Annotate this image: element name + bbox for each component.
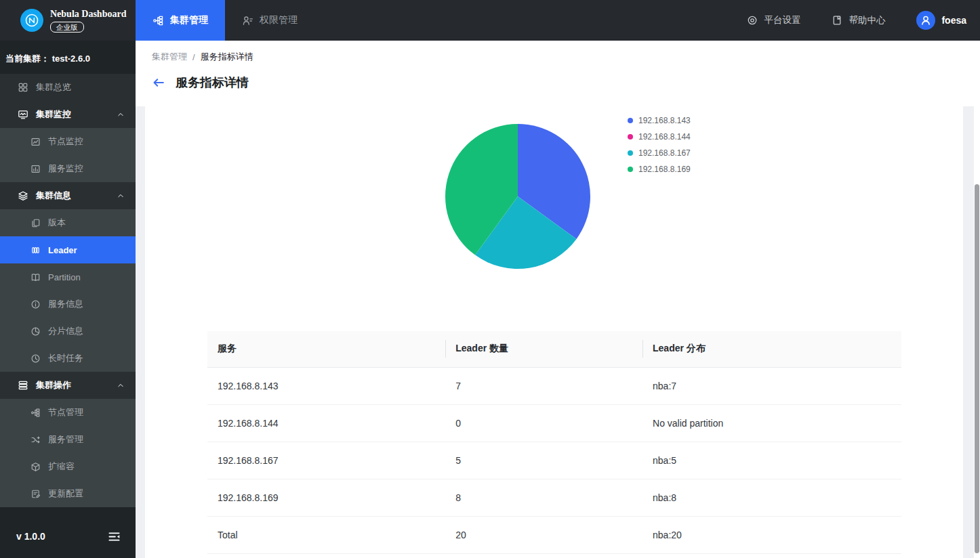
line-chart-icon: [30, 137, 41, 147]
table-cell-service: 192.168.8.167: [207, 442, 445, 479]
back-arrow-icon[interactable]: [152, 76, 165, 89]
page-header: 集群管理 / 服务指标详情 服务指标详情: [136, 41, 980, 106]
legend-label: 192.168.8.169: [638, 165, 691, 174]
table-cell-service: Total: [207, 516, 445, 553]
leader-distribution-chart: 192.168.8.143192.168.8.144192.168.8.1671…: [145, 106, 963, 331]
sidebar-item-label: 节点监控: [48, 135, 125, 148]
table-cell-leader-distribution: nba:5: [642, 442, 901, 479]
table-row: Total20nba:20: [207, 516, 901, 553]
table-cell-leader-count: 5: [445, 442, 642, 479]
permission-icon: [242, 15, 253, 26]
table-cell-leader-count: 7: [445, 367, 642, 404]
sidebar-item-service-management[interactable]: 服务管理: [0, 426, 136, 453]
platform-settings-label: 平台设置: [764, 14, 800, 26]
sidebar-item-label: 服务监控: [48, 163, 125, 175]
app-version: v 1.0.0: [16, 531, 45, 542]
tab-cluster-management[interactable]: 集群管理: [136, 0, 225, 41]
page-title: 服务指标详情: [176, 74, 249, 91]
app-root: Nebula Dashboard 企业版 集群管理权限管理 平台设置帮助中心 f…: [0, 0, 980, 558]
submenu-cluster-operations: 节点管理服务管理扩缩容更新配置: [0, 399, 136, 507]
clock-icon: [30, 353, 41, 364]
legend-dot-icon: [628, 167, 633, 172]
sidebar-item-label: 集群监控: [36, 108, 109, 121]
bar-chart-icon: [30, 164, 41, 174]
sidebar-item-scale[interactable]: 扩缩容: [0, 453, 136, 480]
sidebar-item-service-monitor[interactable]: 服务监控: [0, 155, 136, 182]
sidebar-item-shard-info[interactable]: 分片信息: [0, 318, 136, 345]
sidebar-item-label: Leader: [48, 245, 125, 255]
cluster-icon: [152, 15, 164, 26]
current-cluster-label: 当前集群：: [5, 53, 49, 64]
brand-text: Nebula Dashboard 企业版: [50, 9, 126, 33]
legend-item-192.168.8.144[interactable]: 192.168.8.144: [628, 133, 691, 141]
table-row: 192.168.8.1437nba:7: [207, 367, 901, 404]
sidebar-item-cluster-monitor[interactable]: 集群监控: [0, 101, 136, 128]
sidebar-item-cluster-info[interactable]: 集群信息: [0, 182, 136, 209]
scrollbar-thumb[interactable]: [975, 184, 979, 553]
sidebar-item-long-term-tasks[interactable]: 长时任务: [0, 345, 136, 372]
sidebar-item-node-monitor[interactable]: 节点监控: [0, 128, 136, 155]
legend-item-192.168.8.143[interactable]: 192.168.8.143: [628, 116, 691, 125]
sidebar-item-label: 集群信息: [36, 190, 109, 202]
table-cell-leader-distribution: nba:20: [642, 516, 901, 553]
sidebar-item-leader[interactable]: Leader: [0, 236, 136, 263]
chart-legend: 192.168.8.143192.168.8.144192.168.8.1671…: [628, 116, 691, 173]
legend-item-192.168.8.169[interactable]: 192.168.8.169: [628, 165, 691, 173]
table-cell-service: 192.168.8.169: [207, 479, 445, 516]
nebula-logo-icon: [20, 9, 43, 32]
pie-icon: [30, 326, 41, 337]
sidebar-item-cluster-overview[interactable]: 集群总览: [0, 74, 136, 101]
columns-icon: [30, 245, 41, 255]
menu-fold-icon[interactable]: [108, 530, 121, 543]
overview-grid-icon: [18, 82, 28, 93]
sidebar-item-label: 服务信息: [48, 298, 125, 310]
settings-icon: [747, 15, 758, 26]
current-cluster: 当前集群： test-2.6.0: [0, 41, 136, 74]
table-head: 服务Leader 数量Leader 分布: [207, 331, 901, 367]
pie-chart: [445, 123, 591, 270]
table-row: 192.168.8.1675nba:5: [207, 442, 901, 479]
legend-dot-icon: [628, 118, 633, 123]
submenu-cluster-info: 版本LeaderPartition服务信息分片信息长时任务: [0, 209, 136, 372]
breadcrumb-separator: /: [192, 52, 195, 62]
table-cell-service: 192.168.8.143: [207, 367, 445, 404]
sidebar: 当前集群： test-2.6.0 集群总览集群监控节点监控服务监控集群信息版本L…: [0, 41, 136, 558]
book-icon: [30, 272, 41, 282]
server-icon: [18, 380, 28, 391]
tab-permission-management[interactable]: 权限管理: [225, 0, 314, 41]
copy-icon: [30, 218, 41, 228]
legend-label: 192.168.8.144: [638, 132, 691, 142]
table-row: 192.168.8.1698nba:8: [207, 479, 901, 516]
table-header-leader-count: Leader 数量: [445, 331, 642, 367]
table-cell-leader-count: 20: [445, 516, 642, 553]
sidebar-item-label: 节点管理: [48, 406, 125, 418]
caret-up-icon: [117, 110, 125, 119]
table-header-leader-distribution: Leader 分布: [642, 331, 901, 367]
help-center-label: 帮助中心: [849, 14, 885, 26]
sidebar-item-cluster-operations[interactable]: 集群操作: [0, 372, 136, 399]
help-center-button[interactable]: 帮助中心: [832, 14, 885, 26]
legend-item-192.168.8.167[interactable]: 192.168.8.167: [628, 149, 691, 157]
user-menu[interactable]: foesa: [885, 0, 980, 41]
leader-table: 服务Leader 数量Leader 分布 192.168.8.1437nba:7…: [207, 331, 901, 554]
table-header-service: 服务: [207, 331, 445, 367]
submenu-cluster-monitor: 节点监控服务监控: [0, 128, 136, 182]
sidebar-item-service-info[interactable]: 服务信息: [0, 291, 136, 318]
sidebar-item-node-management[interactable]: 节点管理: [0, 399, 136, 426]
topbar: Nebula Dashboard 企业版 集群管理权限管理 平台设置帮助中心 f…: [0, 0, 980, 41]
caret-up-icon: [117, 192, 125, 200]
breadcrumb: 集群管理 / 服务指标详情: [152, 51, 980, 63]
layers-icon: [18, 190, 28, 201]
sidebar-item-label: 服务管理: [48, 433, 125, 446]
legend-label: 192.168.8.143: [638, 116, 691, 125]
content-card: 192.168.8.143192.168.8.144192.168.8.1671…: [145, 106, 963, 558]
sidebar-item-version[interactable]: 版本: [0, 209, 136, 236]
sidebar-item-label: 扩缩容: [48, 460, 125, 473]
sidebar-item-update-config[interactable]: 更新配置: [0, 480, 136, 507]
breadcrumb-item-cluster-management[interactable]: 集群管理: [152, 51, 187, 63]
sidebar-item-label: 分片信息: [48, 325, 125, 337]
flow-icon: [30, 435, 41, 445]
sidebar-item-partition[interactable]: Partition: [0, 263, 136, 291]
platform-settings-button[interactable]: 平台设置: [747, 14, 800, 26]
sidebar-item-label: 长时任务: [48, 352, 125, 364]
